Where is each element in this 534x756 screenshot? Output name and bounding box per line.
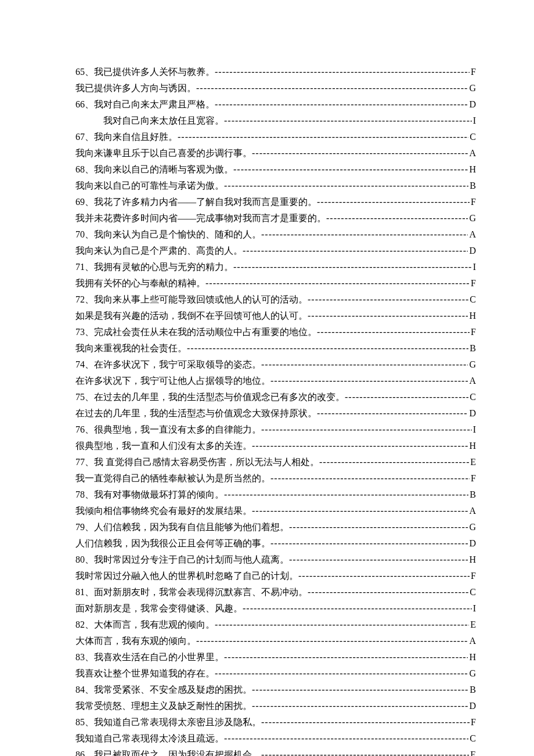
question-row: 80、我时常因过分专注于自己的计划而与他人疏离。H [75,552,476,568]
answer-code: I [472,259,476,275]
answer-code: B [468,682,476,698]
leader-dots [243,243,468,259]
leader-dots [308,291,468,308]
question-row: 79、人们信赖我，因为我有自信且能够为他们着想。G [75,519,476,535]
question-row: 74、在许多状况下，我宁可采取领导的姿态。G [75,357,476,373]
question-row: 在过去的几年里，我的生活型态与价值观念大致保持原状。D [75,405,476,422]
leader-dots [261,714,470,730]
question-text: 82、大体而言，我有悲观的倾向。 [75,617,215,633]
answer-code: G [468,665,476,682]
question-text: 在过去的几年里，我的生活型态与价值观念大致保持原状。 [75,405,317,422]
leader-dots [196,80,468,96]
question-text: 我向来重视我的社会责任。 [75,340,187,357]
answer-code: F [470,64,476,80]
answer-code: G [468,80,476,96]
question-text: 我常受愤怒、理想主义及缺乏耐性的困扰。 [75,698,252,714]
question-text: 66、我对自己向来太严肃且严格。 [75,96,215,113]
question-text: 我拥有关怀的心与奉献的精神。 [75,275,205,291]
question-text: 68、我向来以自己的清晰与客观为傲。 [75,161,233,178]
answer-code: E [469,617,476,633]
answer-code: I [472,600,476,617]
leader-dots [252,682,468,698]
question-text: 77、我 直觉得自己感情太容易受伤害，所以无法与人相处。 [75,454,319,470]
question-text: 84、我常受紧张、不安全感及疑虑的困扰。 [75,682,252,698]
question-text: 69、我花了许多精力内省——了解自我对我而言是重要的。 [75,194,317,210]
question-row: 我一直觉得自己的牺牲奉献被认为是所当然的。F [75,470,476,487]
leader-dots [233,161,468,178]
leader-dots [215,64,470,80]
question-row: 面对新朋友是，我常会变得健谈、风趣。I [75,600,476,617]
question-list: 65、我已提供许多人关怀与教养。F我已提供许多人方向与诱因。G66、我对自己向来… [75,64,476,756]
leader-dots [289,552,468,568]
leader-dots [178,129,468,145]
leader-dots [224,178,468,194]
question-text: 67、我向来自信且好胜。 [75,129,178,145]
answer-code: A [468,503,476,519]
answer-code: G [468,210,476,226]
question-text: 74、在许多状况下，我宁可采取领导的姿态。 [75,357,261,373]
question-row: 很典型地，我一直和人们没有太多的关连。H [75,438,476,454]
question-row: 70、我向来认为自己是个愉快的、随和的人。A [75,226,476,243]
answer-code: C [468,129,476,145]
answer-code: F [470,324,476,340]
question-text: 人们信赖我，因为我很公正且会何等正确的事。 [75,535,270,552]
question-text: 我时常因过分融入他人的世界机时忽略了自己的计划。 [75,568,298,584]
answer-code: G [468,519,476,535]
question-row: 我向来以自己的可靠性与承诺为傲。B [75,178,476,194]
answer-code: F [470,275,476,291]
answer-code: G [468,357,476,373]
question-text: 我并未花费许多时间内省——完成事物对我而言才是重要的。 [75,210,326,226]
answer-code: A [468,373,476,389]
leader-dots [308,584,468,600]
question-text: 我对自己向来太放任且宽容。 [103,113,224,129]
leader-dots [187,340,468,357]
question-row: 我向来重视我的社会责任。B [75,340,476,357]
question-text: 73、完成社会责任从未在我的活动顺位中占有重要的地位。 [75,324,317,340]
question-row: 85、我知道自己常表现得太亲密且涉及隐私。F [75,714,476,730]
question-row: 我向来认为自己是个严肃的、高贵的人。D [75,243,476,259]
question-row: 67、我向来自信且好胜。C [75,129,476,145]
answer-code: F [470,714,476,730]
question-row: 我已提供许多人方向与诱因。G [75,80,476,96]
leader-dots [243,600,472,617]
question-text: 70、我向来认为自己是个愉快的、随和的人。 [75,226,261,243]
leader-dots [345,389,468,405]
question-text: 65、我已提供许多人关怀与教养。 [75,64,215,80]
leader-dots [289,519,468,535]
question-row: 如果是我有兴趣的活动，我倒不在乎回馈可他人的认可。H [75,308,476,324]
answer-code: H [468,649,476,665]
question-text: 我向来谦卑且乐于以自己喜爱的步调行事。 [75,145,252,161]
leader-dots [252,503,468,519]
question-row: 82、大体而言，我有悲观的倾向。E [75,617,476,633]
question-row: 我倾向相信事物终究会有最好的发展结果。A [75,503,476,519]
leader-dots [270,535,468,552]
leader-dots [319,454,469,470]
answer-code: C [468,389,476,405]
question-row: 73、完成社会责任从未在我的活动顺位中占有重要的地位。F [75,324,476,340]
answer-code: D [468,698,476,714]
leader-dots [261,226,468,243]
question-row: 我知道自己常表现得太冷淡且疏远。C [75,730,476,747]
answer-code: D [468,405,476,422]
leader-dots [261,422,472,438]
answer-code: D [468,535,476,552]
answer-code: D [468,243,476,259]
leader-dots [308,308,468,324]
page: 65、我已提供许多人关怀与教养。F我已提供许多人方向与诱因。G66、我对自己向来… [0,0,534,756]
question-text: 78、我有对事物做最坏打算的倾向。 [75,487,224,503]
leader-dots [224,730,468,747]
question-row: 72、我向来从事上些可能导致回馈或他人的认可的活动。C [75,291,476,308]
question-text: 83、我喜欢生活在自己的小世界里。 [75,649,224,665]
answer-code: C [468,291,476,308]
question-text: 81、面对新朋友时，我常会表现得沉默寡言、不易冲动。 [75,584,308,600]
question-text: 我向来认为自己是个严肃的、高贵的人。 [75,243,243,259]
leader-dots [261,357,468,373]
leader-dots [224,649,468,665]
answer-code: H [468,308,476,324]
question-text: 我倾向相信事物终究会有最好的发展结果。 [75,503,252,519]
leader-dots [205,275,470,291]
answer-code: H [468,161,476,178]
answer-code: F [470,194,476,210]
leader-dots [270,470,470,487]
leader-dots [270,373,468,389]
